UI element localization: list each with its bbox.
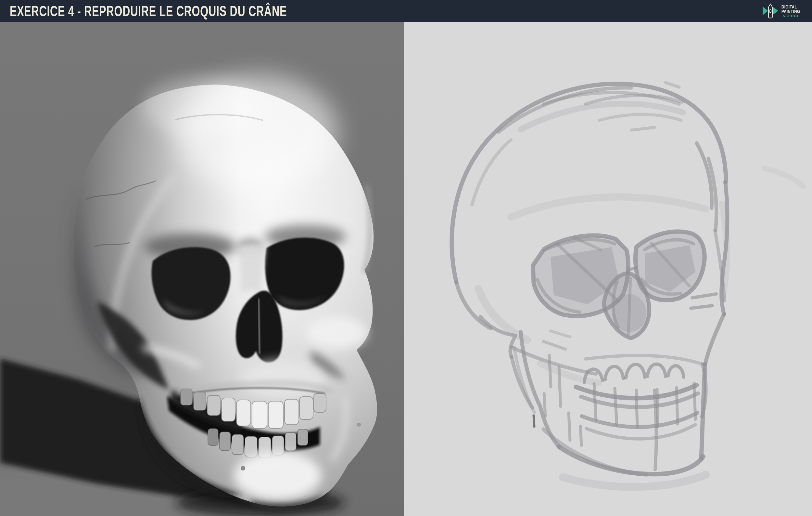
chin-pit	[241, 466, 245, 470]
chin-highlight	[234, 451, 322, 500]
page-title-text: EXERCICE 4 - REPRODUIRE LE CROQUIS DU CR…	[10, 2, 287, 20]
skull-sketch	[404, 22, 812, 516]
reference-3d-skull-panel	[0, 22, 404, 516]
logo-line-2: PAINTING	[781, 9, 800, 13]
school-logo: DIGITAL PAINTING .SCHOOL	[762, 3, 804, 19]
cheekbone-highlight-right	[305, 316, 367, 349]
header-bar: EXERCICE 4 - REPRODUIRE LE CROQUIS DU CR…	[0, 0, 812, 22]
school-logo-text: DIGITAL PAINTING .SCHOOL	[781, 4, 804, 18]
skull-3d-render	[0, 22, 404, 516]
tutorial-slide: EXERCICE 4 - REPRODUIRE LE CROQUIS DU CR…	[0, 0, 812, 516]
sketch-panel	[404, 22, 812, 516]
stylus-pen-icon	[762, 3, 779, 19]
page-title: EXERCICE 4 - REPRODUIRE LE CROQUIS DU CR…	[10, 2, 406, 20]
logo-line-1: DIGITAL	[781, 4, 800, 9]
logo-line-3: .SCHOOL	[781, 14, 800, 18]
